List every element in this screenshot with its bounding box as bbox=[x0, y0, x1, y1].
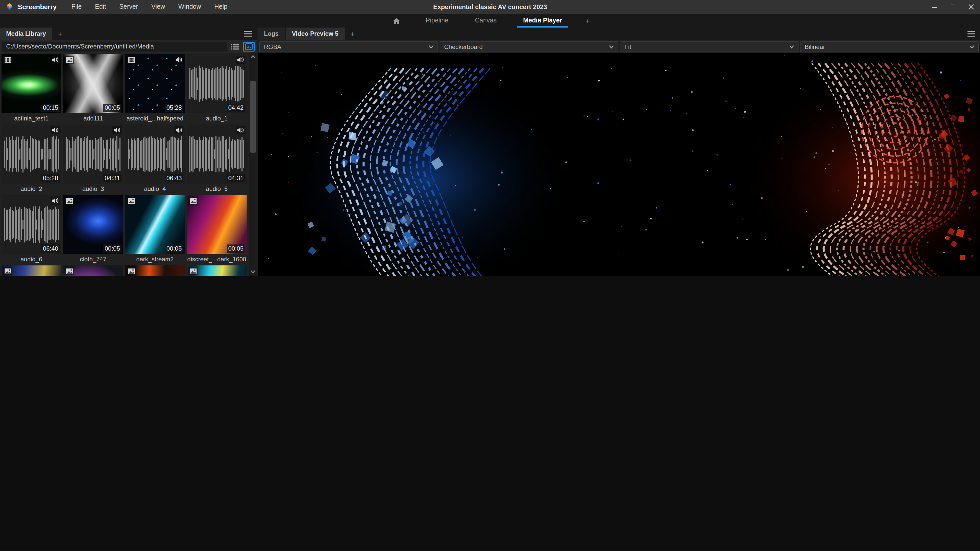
duration-badge: 06:43 bbox=[165, 174, 183, 182]
dropdown-value: Checkerboard bbox=[444, 43, 483, 50]
media-item[interactable] bbox=[63, 265, 123, 276]
media-thumbnail: 00:05 bbox=[125, 195, 185, 254]
menu-bar: Screenberry FileEditServerViewWindowHelp… bbox=[0, 0, 980, 14]
library-menu-button[interactable] bbox=[239, 27, 257, 40]
grid-view-button[interactable] bbox=[243, 42, 255, 52]
waveform-art bbox=[4, 206, 59, 243]
image-icon bbox=[128, 268, 135, 274]
media-item[interactable] bbox=[187, 265, 247, 276]
media-item-audio_6[interactable]: 06:40audio_6 bbox=[2, 195, 61, 264]
menu-window[interactable]: Window bbox=[172, 0, 208, 14]
library-scrollbar[interactable] bbox=[249, 53, 257, 276]
media-item-audio_4[interactable]: 06:43audio_4 bbox=[125, 125, 185, 193]
preview-art bbox=[258, 53, 980, 276]
media-item-audio_1[interactable]: 04:42audio_1 bbox=[187, 54, 247, 122]
speaker-icon bbox=[52, 57, 59, 63]
media-item-name: audio_2 bbox=[2, 185, 61, 193]
media-item-add111[interactable]: 00:05add111 bbox=[63, 54, 123, 122]
duration-badge: 04:31 bbox=[227, 174, 245, 182]
media-item-name: audio_3 bbox=[63, 185, 123, 193]
close-button[interactable] bbox=[962, 0, 980, 14]
chevron-down-icon bbox=[429, 45, 433, 48]
media-thumbnail: 06:40 bbox=[2, 195, 61, 254]
minimize-button[interactable] bbox=[925, 0, 943, 14]
grid-view-icon bbox=[245, 43, 253, 50]
workspace-tab-canvas[interactable]: Canvas bbox=[461, 14, 510, 27]
preview-menu-button[interactable] bbox=[963, 27, 980, 40]
screenberry-window: Screenberry FileEditServerViewWindowHelp… bbox=[0, 0, 980, 276]
image-icon bbox=[190, 198, 196, 203]
channels-dropdown[interactable]: RGBA bbox=[259, 41, 438, 52]
dropdown-value: Bilinear bbox=[805, 43, 825, 50]
media-item-name: audio_5 bbox=[187, 185, 247, 193]
menu-file[interactable]: File bbox=[65, 0, 88, 14]
video-preview-viewport[interactable] bbox=[258, 53, 980, 276]
media-item-name: actinia_test1 bbox=[2, 114, 61, 122]
workspace-add-tab-button[interactable]: + bbox=[575, 17, 600, 25]
menu-view[interactable]: View bbox=[145, 0, 172, 14]
duration-badge: 00:05 bbox=[165, 245, 183, 252]
speaker-icon bbox=[52, 127, 59, 133]
media-item-dark_stream2[interactable]: 00:05dark_stream2 bbox=[125, 195, 185, 264]
media-item-audio_5[interactable]: 04:31audio_5 bbox=[187, 125, 247, 193]
image-icon bbox=[65, 56, 74, 64]
scaling-dropdown[interactable]: Fit bbox=[620, 41, 799, 52]
menu-edit[interactable]: Edit bbox=[88, 0, 113, 14]
speaker-icon bbox=[174, 56, 183, 64]
image-icon bbox=[128, 198, 135, 203]
speaker-icon bbox=[175, 57, 182, 63]
duration-badge: 05:28 bbox=[165, 103, 183, 112]
library-scroll-thumb[interactable] bbox=[250, 81, 256, 152]
image-icon bbox=[190, 268, 196, 274]
film-icon bbox=[3, 56, 12, 64]
duration-badge: 04:31 bbox=[103, 174, 121, 182]
library-tab-bar: Media Library + bbox=[0, 27, 257, 40]
media-thumbnail bbox=[187, 265, 247, 276]
duration-badge: 06:40 bbox=[41, 245, 60, 252]
media-item-audio_3[interactable]: 04:31audio_3 bbox=[63, 125, 123, 193]
workspace-tab-media-player[interactable]: Media Player bbox=[510, 14, 575, 27]
library-path-bar: C:/Users/secto/Documents/Screenberry/unt… bbox=[0, 40, 257, 53]
preview-add-tab-button[interactable]: + bbox=[345, 27, 361, 40]
media-item[interactable] bbox=[125, 265, 185, 276]
home-button[interactable] bbox=[380, 14, 412, 27]
filtering-dropdown[interactable]: Bilinear bbox=[800, 41, 979, 52]
hamburger-icon bbox=[967, 31, 975, 37]
library-path-input[interactable]: C:/Users/secto/Documents/Screenberry/unt… bbox=[2, 42, 227, 52]
menu-help[interactable]: Help bbox=[208, 0, 234, 14]
media-item-name: asteroid_...halfspeed bbox=[125, 114, 185, 122]
speaker-icon bbox=[112, 126, 121, 134]
restore-button[interactable] bbox=[943, 0, 962, 14]
tab-media-library[interactable]: Media Library bbox=[0, 27, 52, 40]
media-item-cloth_747[interactable]: 00:05cloth_747 bbox=[63, 195, 123, 264]
media-thumbnail: 04:31 bbox=[63, 125, 123, 184]
media-thumbnail: 05:28 bbox=[2, 125, 61, 184]
media-thumbnail bbox=[125, 265, 185, 276]
preview-toolbar: RGBACheckerboardFitBilinear bbox=[258, 40, 980, 53]
image-icon bbox=[188, 197, 197, 205]
image-icon bbox=[3, 267, 12, 275]
duration-badge: 00:05 bbox=[103, 103, 121, 112]
list-view-button[interactable] bbox=[229, 42, 241, 52]
speaker-icon bbox=[51, 56, 60, 64]
waveform-art bbox=[189, 136, 244, 173]
media-item-discreet_...dark_1600[interactable]: 00:05discreet_...dark_1600 bbox=[187, 195, 247, 264]
menu-server[interactable]: Server bbox=[113, 0, 145, 14]
tab-logs[interactable]: Logs bbox=[258, 27, 285, 40]
media-item-actinia_test1[interactable]: 00:15actinia_test1 bbox=[2, 54, 61, 122]
library-add-tab-button[interactable]: + bbox=[52, 27, 68, 40]
media-library-panel: Media Library + C:/Users/secto/Documents… bbox=[0, 27, 257, 276]
speaker-icon bbox=[52, 197, 59, 204]
workspace-tab-pipeline[interactable]: Pipeline bbox=[412, 14, 462, 27]
media-item-audio_2[interactable]: 05:28audio_2 bbox=[2, 125, 61, 193]
media-item-name: audio_1 bbox=[187, 114, 247, 122]
media-thumbnail: 06:43 bbox=[125, 125, 185, 184]
media-item[interactable] bbox=[2, 265, 61, 276]
media-thumbnail: 00:05 bbox=[63, 195, 123, 254]
tab-video-preview-5[interactable]: Video Preview 5 bbox=[286, 27, 344, 40]
media-item-asteroid_...halfspeed[interactable]: 05:28asteroid_...halfspeed bbox=[125, 54, 185, 122]
hamburger-icon bbox=[244, 31, 252, 37]
background-dropdown[interactable]: Checkerboard bbox=[439, 41, 618, 52]
media-grid: 00:15actinia_test100:05add11105:28astero… bbox=[0, 53, 257, 276]
media-thumbnail: 00:05 bbox=[63, 54, 123, 113]
